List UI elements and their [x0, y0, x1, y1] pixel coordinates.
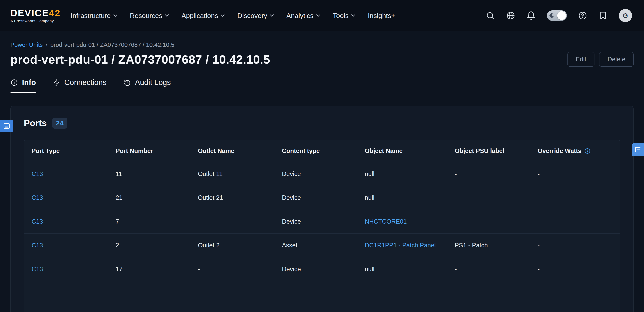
table-row	[24, 281, 620, 312]
nav-item-tools[interactable]: Tools	[333, 12, 354, 20]
object-name-link[interactable]: NHCTCORE01	[357, 210, 447, 233]
globe-icon[interactable]	[506, 11, 515, 20]
nav-label: Insights+	[368, 12, 395, 20]
outlet-name-cell: Outlet 21	[190, 186, 274, 210]
object-name-cell: null	[357, 186, 447, 210]
outlet-name-cell: -	[190, 210, 274, 233]
table-row: C13 17 - Device null - -	[24, 257, 620, 281]
right-panel-toggle[interactable]	[632, 143, 644, 156]
tab-label: Info	[22, 78, 36, 87]
content-type-cell: Device	[274, 162, 357, 186]
outlet-name-cell: -	[190, 257, 274, 281]
content-type-cell: Device	[274, 210, 357, 233]
nav-label: Applications	[182, 12, 218, 20]
search-icon[interactable]	[486, 11, 495, 20]
lightning-icon	[53, 79, 60, 86]
left-panel-toggle[interactable]	[0, 120, 13, 132]
port-number-cell: 11	[108, 162, 190, 186]
tab-label: Connections	[64, 78, 106, 87]
object-psu-label-cell: PS1 - Patch	[447, 234, 530, 257]
column-header-content-type: Content type	[274, 140, 357, 162]
override-watts-cell: -	[530, 257, 620, 281]
port-number-cell: 17	[108, 257, 190, 281]
column-header-object-name: Object Name	[357, 140, 447, 162]
breadcrumb-separator: ›	[46, 41, 48, 48]
bookmark-icon[interactable]	[598, 11, 608, 20]
object-name-cell: null	[357, 162, 447, 186]
nav-item-infrastructure[interactable]: Infrastructure	[70, 12, 116, 20]
object-name-cell: null	[357, 257, 447, 281]
brand-tagline: A Freshworks Company	[10, 19, 60, 23]
brand-logo[interactable]: DEVICE42 A Freshworks Company	[10, 8, 60, 23]
history-icon	[123, 79, 131, 86]
outlet-name-cell: Outlet 2	[190, 234, 274, 257]
port-type-link[interactable]: C13	[24, 210, 108, 233]
ports-table: Port Type Port Number Outlet Name Conten…	[24, 140, 620, 312]
chevron-down-icon	[351, 13, 355, 17]
column-header-object-psu-label: Object PSU label	[447, 140, 530, 162]
nav-item-discovery[interactable]: Discovery	[237, 12, 273, 20]
toggle-knob	[557, 11, 566, 20]
brand-name: DEVICE	[10, 8, 49, 18]
nav-label: Tools	[333, 12, 348, 20]
port-type-link[interactable]: C13	[24, 257, 108, 281]
breadcrumb-current: prod-vert-pdu-01 / ZA0737007687 / 10.42.…	[50, 41, 174, 48]
nav-item-insights[interactable]: Insights+	[368, 12, 395, 20]
content-type-cell: Device	[274, 257, 357, 281]
tab-connections[interactable]: Connections	[53, 78, 106, 93]
breadcrumb-link-power-units[interactable]: Power Units	[10, 41, 43, 48]
table-row: C13 2 Outlet 2 Asset DC1R1PP1 - Patch Pa…	[24, 233, 620, 257]
override-watts-cell: -	[530, 210, 620, 233]
nav-label: Infrastructure	[70, 12, 110, 20]
port-number-cell: 7	[108, 210, 190, 233]
port-type-link[interactable]: C13	[24, 234, 108, 257]
header-actions: G	[486, 9, 632, 22]
moon-icon	[549, 13, 554, 19]
page-title: prod-vert-pdu-01 / ZA0737007687 / 10.42.…	[10, 53, 270, 66]
avatar-initial: G	[623, 12, 628, 20]
chevron-down-icon	[221, 13, 225, 17]
info-icon	[10, 79, 18, 86]
chevron-down-icon	[270, 13, 274, 17]
brand-number: 42	[49, 8, 60, 18]
notifications-bell-icon[interactable]	[526, 11, 536, 20]
chevron-down-icon	[113, 13, 117, 17]
table-row: C13 11 Outlet 11 Device null - -	[24, 162, 620, 186]
tab-bar: Info Connections Audit Logs	[10, 78, 634, 93]
port-type-link[interactable]: C13	[24, 186, 108, 210]
port-type-link[interactable]: C13	[24, 162, 108, 186]
tab-info[interactable]: Info	[10, 78, 36, 93]
override-watts-cell: -	[530, 186, 620, 210]
top-nav: DEVICE42 A Freshworks Company Infrastruc…	[0, 0, 644, 31]
nav-item-analytics[interactable]: Analytics	[286, 12, 320, 20]
override-watts-cell: -	[530, 162, 620, 186]
nav-item-resources[interactable]: Resources	[130, 12, 168, 20]
nav-item-applications[interactable]: Applications	[182, 12, 224, 20]
main-nav: Infrastructure Resources Applications Di…	[70, 12, 395, 20]
content-type-cell: Asset	[274, 234, 357, 257]
tab-audit-logs[interactable]: Audit Logs	[123, 78, 171, 93]
object-psu-label-cell: -	[447, 186, 530, 210]
user-avatar[interactable]: G	[619, 9, 632, 22]
ports-title: Ports	[24, 118, 47, 128]
delete-button[interactable]: Delete	[599, 52, 634, 67]
nav-label: Analytics	[286, 12, 314, 20]
outlet-name-cell: Outlet 11	[190, 162, 274, 186]
column-header-override-watts: Override Watts	[530, 140, 620, 162]
tree-icon	[634, 146, 642, 153]
object-psu-label-cell: -	[447, 162, 530, 186]
content-type-cell: Device	[274, 186, 357, 210]
nav-label: Discovery	[237, 12, 267, 20]
nav-label: Resources	[130, 12, 162, 20]
override-watts-info-icon[interactable]	[584, 148, 591, 154]
object-psu-label-cell: -	[447, 257, 530, 281]
theme-toggle[interactable]	[547, 11, 567, 21]
edit-button[interactable]: Edit	[568, 52, 594, 67]
help-icon[interactable]	[578, 11, 587, 20]
table-row: C13 21 Outlet 21 Device null - -	[24, 186, 620, 210]
object-psu-label-cell: -	[447, 210, 530, 233]
list-icon	[3, 122, 10, 130]
object-name-link[interactable]: DC1R1PP1 - Patch Panel	[357, 234, 447, 257]
column-header-label: Override Watts	[538, 147, 582, 155]
table-row: C13 7 - Device NHCTCORE01 - -	[24, 210, 620, 233]
